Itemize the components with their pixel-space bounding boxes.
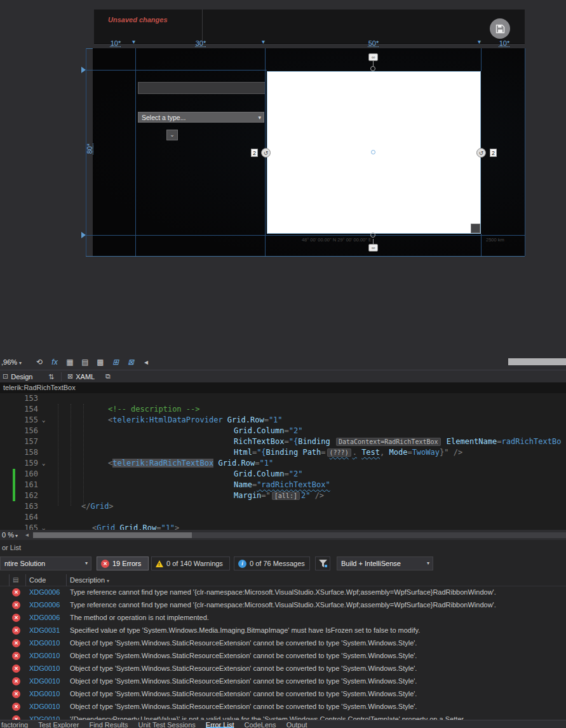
code-line[interactable]: 160Grid.Column="2": [0, 469, 566, 480]
margin-anchor-top-icon[interactable]: ∞: [368, 53, 378, 61]
row-indicator-arrow-icon: [81, 232, 86, 238]
snaplines-icon[interactable]: ⊞: [109, 356, 122, 368]
zoom-combo[interactable]: ,96%▾: [1, 358, 22, 366]
code-line[interactable]: 158Html="{Binding Path=(???). Test, Mode…: [0, 447, 566, 458]
code-line[interactable]: 156Grid.Column="2": [0, 426, 566, 436]
dropdown-button[interactable]: ⌄: [166, 130, 178, 140]
render-options-icon[interactable]: ⊠: [125, 356, 137, 368]
column-splitter-icon[interactable]: ▾: [132, 38, 135, 45]
fold-chevron-icon[interactable]: ⌄: [42, 415, 45, 426]
source-filter-dropdown[interactable]: Build + IntelliSense ▾: [337, 556, 433, 570]
editor-zoom-combo[interactable]: 0 %▾: [2, 531, 18, 539]
grid-column-header[interactable]: 10*: [107, 39, 125, 47]
tab-xaml[interactable]: ⊠ XAML: [67, 372, 95, 381]
tab-design[interactable]: ⊡ Design: [3, 372, 32, 381]
error-code-link[interactable]: XDG0006: [29, 614, 60, 621]
save-icon[interactable]: [490, 18, 510, 39]
error-icon: ✕: [12, 677, 20, 685]
errors-filter-button[interactable]: ✕ 19 Errors: [97, 556, 149, 570]
type-combobox[interactable]: Select a type... ▾: [138, 112, 264, 123]
error-row[interactable]: ✕XDG0006Type reference cannot find type …: [0, 586, 566, 599]
warnings-filter-button[interactable]: 0 of 140 Warnings: [151, 556, 230, 570]
severity-column-icon[interactable]: ▤: [13, 576, 18, 583]
error-code-link[interactable]: XDG0010: [29, 703, 60, 710]
code-line[interactable]: 157RichTextBox="{Binding DataContext=Rad…: [0, 436, 566, 447]
breadcrumb[interactable]: telerik:RadRichTextBox: [0, 382, 566, 393]
code-line[interactable]: 153: [0, 393, 566, 404]
grid-column-header[interactable]: 10*: [495, 39, 513, 47]
code-line[interactable]: 161Name="radRichTextBox": [0, 480, 566, 490]
margin-badge-right[interactable]: 2: [490, 149, 497, 157]
filter-button[interactable]: [315, 556, 330, 570]
anchor-toggle-top-icon[interactable]: [370, 66, 375, 71]
error-code-link[interactable]: XDG0010: [29, 677, 60, 685]
code-line[interactable]: 155⌄<telerik:HtmlDataProvider Grid.Row="…: [0, 415, 566, 426]
resize-grip[interactable]: [471, 224, 480, 233]
refresh-icon[interactable]: ⟲: [33, 356, 46, 368]
editor-horizontal-scrollbar-thumb[interactable]: [33, 532, 192, 538]
error-row[interactable]: ✕XDG0010Object of type 'System.Windows.S…: [0, 701, 566, 713]
snap-grid-icon[interactable]: ▤: [79, 356, 91, 368]
error-row[interactable]: ✕XDG0010Object of type 'System.Windows.S…: [0, 663, 566, 675]
code-line[interactable]: 164: [0, 512, 566, 523]
popout-icon[interactable]: ⧉: [105, 372, 111, 381]
margin-badge-left[interactable]: 2: [251, 149, 258, 157]
margin-chain-left-icon[interactable]: ↺: [261, 148, 271, 158]
code-line[interactable]: 154<!-- description -->: [0, 404, 566, 415]
fold-chevron-icon[interactable]: ⌄: [42, 523, 45, 530]
token-punct: =: [321, 448, 325, 457]
panel-tab-unit-test-sessions[interactable]: Unit Test Sessions: [138, 720, 196, 728]
grid-column-header[interactable]: 50*: [365, 39, 382, 47]
bottom-tabbar: factoringTest ExplorerFind ResultsUnit T…: [0, 720, 566, 728]
xaml-editor[interactable]: 153154<!-- description -->155⌄<telerik:H…: [0, 393, 566, 530]
collapse-arrow-icon[interactable]: ◂: [140, 356, 152, 368]
swap-panes-icon[interactable]: ⇅: [48, 373, 54, 381]
error-code-link[interactable]: XDG0010: [29, 690, 60, 698]
panel-tab-factoring[interactable]: factoring: [1, 720, 28, 728]
code-line[interactable]: 163</Grid>: [0, 501, 566, 512]
messages-filter-button[interactable]: i 0 of 76 Messages: [234, 556, 310, 570]
panel-tab-find-results[interactable]: Find Results: [89, 720, 128, 728]
error-row[interactable]: ✕XDG0010Object of type 'System.Windows.S…: [0, 637, 566, 650]
error-row[interactable]: ✕XDG0010Object of type 'System.Windows.S…: [0, 650, 566, 663]
panel-tab-error-list[interactable]: Error List: [206, 720, 234, 728]
error-row[interactable]: ✕XDG0031Specified value of type 'System.…: [0, 624, 566, 637]
code-line[interactable]: 159⌄<telerik:RadRichTextBox Grid.Row="1": [0, 458, 566, 469]
code-column-header[interactable]: Code: [29, 576, 46, 584]
column-splitter-icon[interactable]: ▾: [478, 38, 481, 45]
column-splitter-icon[interactable]: ▾: [262, 38, 265, 45]
error-icon: ✕: [12, 690, 20, 698]
error-row[interactable]: ✕XDG0010Object of type 'System.Windows.S…: [0, 688, 566, 701]
error-row[interactable]: ✕XDG0006Type reference cannot find type …: [0, 599, 566, 612]
error-code-link[interactable]: XDG0010: [29, 652, 60, 659]
description-column-header[interactable]: Description ▾: [70, 576, 109, 584]
margin-anchor-bottom-icon[interactable]: ∞: [368, 244, 378, 252]
code-line[interactable]: 165⌄<Grid Grid.Row="1">: [0, 523, 566, 530]
token-val: radRichTextBo: [501, 437, 561, 446]
line-number: 154: [0, 404, 38, 415]
token-attr: Grid.Row: [119, 523, 156, 530]
error-code-link[interactable]: XDG0010: [29, 664, 60, 672]
error-row[interactable]: ✕XDG0010Object of type 'System.Windows.S…: [0, 675, 566, 688]
panel-tab-test-explorer[interactable]: Test Explorer: [38, 720, 79, 728]
effects-fx-icon[interactable]: fx: [48, 356, 61, 368]
transparency-grid-icon[interactable]: ▩: [94, 356, 107, 368]
grid-row-header[interactable]: 80*: [86, 139, 93, 158]
panel-tab-codelens[interactable]: CodeLens: [244, 720, 276, 728]
error-code-link[interactable]: XDG0006: [29, 601, 60, 609]
error-code-link[interactable]: XDG0031: [29, 626, 60, 634]
scope-dropdown[interactable]: ntire Solution ▾: [0, 556, 91, 570]
error-icon: ✕: [12, 601, 20, 609]
show-grid-icon[interactable]: ▦: [64, 356, 76, 368]
error-code-link[interactable]: XDG0006: [29, 588, 60, 596]
scroll-left-icon[interactable]: ◂: [25, 531, 29, 538]
fold-chevron-icon[interactable]: ⌄: [42, 458, 45, 469]
error-row[interactable]: ✕XDG0006The method or operation is not i…: [0, 612, 566, 624]
panel-tab-output[interactable]: Output: [286, 720, 307, 728]
margin-chain-right-icon[interactable]: ↺: [476, 148, 486, 158]
designer-horizontal-scrollbar[interactable]: [508, 358, 566, 365]
grid-column-header[interactable]: 30*: [192, 39, 210, 47]
textbox-control[interactable]: [138, 82, 266, 94]
error-code-link[interactable]: XDG0010: [29, 639, 60, 647]
code-line[interactable]: 162Margin="[all:]2" />: [0, 490, 566, 501]
